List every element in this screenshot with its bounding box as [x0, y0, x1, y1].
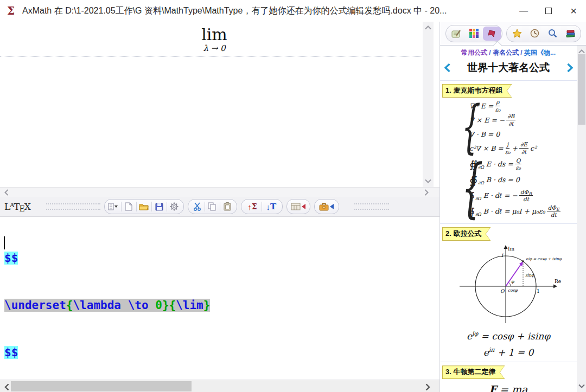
- num-text: dΦ: [548, 204, 556, 211]
- scroll-right-chevron-icon[interactable]: [421, 188, 432, 197]
- save-button[interactable]: [152, 201, 167, 213]
- scrollbar-thumb[interactable]: [578, 54, 585, 125]
- breadcrumb-separator: /: [519, 49, 524, 56]
- new-document-button[interactable]: [122, 201, 136, 213]
- scroll-left-chevron-icon[interactable]: [1, 382, 12, 392]
- euler-formula[interactable]: eiφ = cosφ + isinφ: [440, 330, 577, 342]
- prev-chevron-icon: [444, 63, 451, 73]
- equation-line: ∇ · E =ρε₀: [469, 99, 537, 113]
- library-toolbar: [440, 22, 586, 46]
- cut-button[interactable]: [190, 201, 205, 213]
- editor-horizontal-scrollbar[interactable]: [0, 380, 440, 392]
- library-vertical-scrollbar[interactable]: [577, 46, 586, 392]
- integral-subscript: ∂Ω: [475, 212, 481, 217]
- next-category-button[interactable]: [563, 63, 577, 73]
- symbol-case-toggle-button[interactable]: [316, 201, 337, 213]
- insert-text-button[interactable]: ↓ T: [262, 201, 281, 213]
- prev-category-button[interactable]: [440, 63, 454, 73]
- newton-second-law-formula[interactable]: F = ma: [440, 383, 577, 392]
- eq-text: E · dℓ = −: [483, 191, 518, 200]
- handwriting-button[interactable]: [447, 27, 465, 41]
- one-label: 1: [537, 288, 540, 294]
- minimize-button[interactable]: —: [511, 0, 536, 22]
- paste-button[interactable]: [220, 201, 235, 213]
- close-button[interactable]: ×: [561, 0, 586, 22]
- settings-button[interactable]: [167, 201, 182, 213]
- symbol-grid-button[interactable]: [465, 27, 483, 41]
- search-magnifier-icon: [548, 29, 557, 38]
- open-file-button[interactable]: [137, 201, 151, 213]
- toolbar-grip-handle[interactable]: [354, 203, 389, 210]
- section-3-tag[interactable]: 3. 牛顿第二定律: [443, 366, 504, 378]
- fraction: dΦBdt: [519, 189, 533, 202]
- maxwell-differential-equations[interactable]: { ∇ · E =ρε₀ ∇ × E = −∂B∂t ∇ · B = 0 c²∇…: [460, 99, 577, 155]
- code-line-3: $$: [4, 345, 440, 361]
- num-subscript: E: [556, 207, 559, 212]
- favorites-button[interactable]: [508, 27, 526, 41]
- scroll-right-chevron-icon[interactable]: [422, 382, 433, 392]
- settings-gear-icon: [170, 202, 179, 211]
- category-title: 世界十大著名公式: [454, 61, 563, 75]
- search-button[interactable]: [544, 27, 562, 41]
- eq-text: B · dℓ = μ₀I + μ₀ε₀: [483, 207, 545, 216]
- euler-unit-circle-diagram[interactable]: Im Re O i 1 φ cosφ sinφ eiφ = cosφ + isi…: [454, 244, 563, 325]
- window-controls: — ×: [511, 0, 586, 22]
- section-divider: [440, 80, 577, 81]
- favorites-star-icon: [512, 29, 522, 38]
- maximize-button[interactable]: [536, 0, 561, 22]
- section-2-tag[interactable]: 2. 欧拉公式: [443, 228, 490, 240]
- equation-line: ∯∂ΩB · ds = 0: [469, 172, 562, 188]
- scroll-down-chevron-icon[interactable]: [423, 176, 434, 186]
- breadcrumb[interactable]: 常用公式 / 著名公式 / 英国《物...: [440, 48, 577, 57]
- token-space: [121, 299, 128, 312]
- breadcrumb-item-common[interactable]: 常用公式: [461, 49, 487, 56]
- fraction: dΦEdt: [547, 204, 560, 218]
- file-button-group: [104, 199, 184, 214]
- num-subscript: B: [528, 191, 532, 196]
- denominator: ε₀: [495, 106, 501, 113]
- scroll-left-chevron-icon[interactable]: [1, 188, 12, 197]
- point-formula-label: eiφ = cosφ + isinφ: [526, 257, 562, 261]
- maxwell-integral-equations[interactable]: { ∯∂ΩE · ds =Qε₀ ∯∂ΩB · ds = 0 ∮∂ΩE · dℓ…: [460, 156, 577, 219]
- fraction: ∂E∂t: [519, 141, 528, 155]
- scroll-down-chevron-icon[interactable]: [576, 381, 586, 391]
- up-arrow-icon: ↑: [247, 202, 252, 211]
- section-2-header[interactable]: 2. 欧拉公式: [442, 227, 491, 241]
- copy-button[interactable]: [205, 201, 220, 213]
- breadcrumb-item-famous[interactable]: 著名公式: [493, 49, 519, 56]
- send-to-document-button[interactable]: ↑ Σ: [243, 201, 262, 213]
- i-label: i: [501, 253, 504, 258]
- section-3-header[interactable]: 3. 牛顿第二定律: [442, 365, 505, 379]
- preview-horizontal-scrollbar[interactable]: [0, 187, 440, 197]
- denominator: ε₀: [515, 164, 521, 171]
- eq-base: e: [483, 346, 489, 357]
- symbol-case-toggle-group: [314, 199, 339, 214]
- scrollbar-thumb[interactable]: [11, 381, 192, 391]
- text-cursor: [4, 236, 5, 249]
- preview-vertical-scrollbar[interactable]: [423, 22, 434, 187]
- euler-identity[interactable]: eiπ + 1 = 0: [440, 346, 577, 358]
- minimize-icon: —: [519, 6, 528, 16]
- denominator: ∂t: [521, 149, 527, 155]
- toolbar-grip-handle[interactable]: [46, 203, 100, 210]
- copy-pages-icon: [208, 202, 216, 211]
- token-lim: \lim: [176, 299, 203, 312]
- library-books-button[interactable]: [562, 27, 579, 41]
- formula-library-button[interactable]: [483, 27, 501, 41]
- cut-scissors-icon: [193, 202, 201, 211]
- latex-code-editor[interactable]: $$ \underset{\lambda \to 0}{\lim} $$: [0, 217, 440, 380]
- symbol-panel-toggle-button[interactable]: [289, 201, 308, 213]
- token-brace: }: [203, 299, 211, 312]
- dollar-delimiter: $$: [4, 346, 18, 359]
- insert-menu-button[interactable]: [106, 201, 121, 213]
- breadcrumb-item-truncated[interactable]: 英国《物...: [524, 49, 556, 56]
- recent-button[interactable]: [526, 27, 544, 41]
- window-title: AxMath 在 D:\1-2021.05工作\G 资料\MathType\Ma…: [22, 5, 447, 17]
- eq-superscript: iπ: [489, 346, 495, 354]
- transfer-button-group: ↑ Σ ↓ T: [241, 199, 283, 214]
- scroll-up-chevron-icon[interactable]: [423, 23, 434, 33]
- close-icon: ×: [570, 5, 577, 17]
- latex-logo: LATEX: [4, 201, 31, 212]
- symbol-grid-icon: [469, 29, 479, 38]
- eq-text: +: [512, 144, 517, 152]
